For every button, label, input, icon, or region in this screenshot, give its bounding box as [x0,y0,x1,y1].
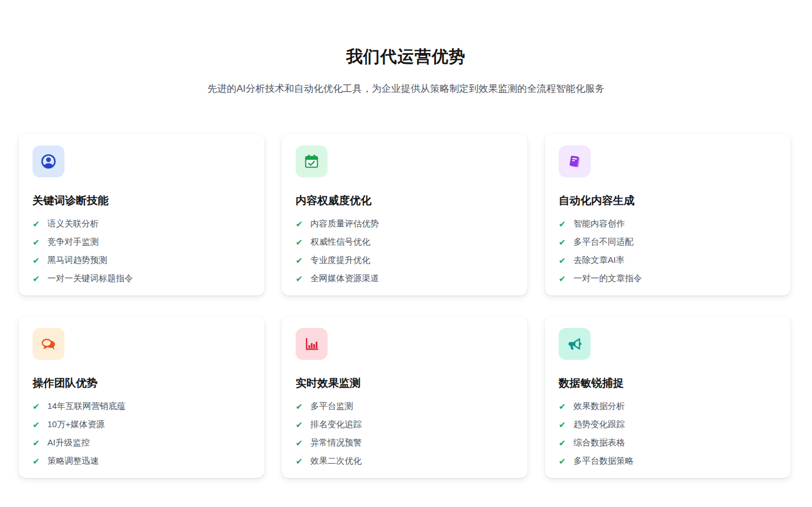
check-icon: ✔ [33,220,42,228]
user-circle-icon [40,153,57,170]
feature-item-label: 竞争对手监测 [47,237,99,248]
feature-item-label: 14年互联网营销底蕴 [47,401,126,412]
check-icon: ✔ [33,457,42,465]
check-icon: ✔ [33,274,42,283]
feature-item: ✔黑马词趋势预测 [33,251,251,269]
chat-bubbles-icon [40,335,57,352]
feature-item-label: 一对一的文章指令 [573,273,642,284]
check-icon: ✔ [559,420,568,429]
feature-item-label: 内容质量评估优势 [310,218,379,229]
feature-item-label: 一对一关键词标题指令 [47,273,133,284]
card-title: 实时效果监测 [296,376,514,391]
feature-item: ✔综合数据表格 [559,433,777,452]
feature-item: ✔效果二次优化 [296,452,514,470]
feature-item: ✔多平台监测 [296,397,514,415]
feature-item-label: 异常情况预警 [310,437,362,448]
icon-tile [559,145,591,177]
feature-item: ✔策略调整迅速 [33,452,251,470]
feature-item: ✔语义关联分析 [33,214,251,233]
book-icon [566,153,583,170]
feature-item: ✔趋势变化跟踪 [559,415,777,433]
feature-item-label: 智能内容创作 [573,218,625,229]
card-title: 数据敏锐捕捉 [559,376,777,391]
feature-item: ✔内容质量评估优势 [296,214,514,233]
feature-item: ✔智能内容创作 [559,214,777,233]
check-icon: ✔ [296,220,305,228]
card-auto-content: 自动化内容生成 ✔智能内容创作 ✔多平台不同适配 ✔去除文章AI率 ✔一对一的文… [545,134,790,295]
feature-item: ✔14年互联网营销底蕴 [33,397,251,415]
feature-item-label: 效果二次优化 [310,456,362,467]
icon-tile [296,328,328,360]
check-icon: ✔ [33,402,42,411]
feature-item: ✔专业度提升优化 [296,251,514,269]
calendar-check-icon [303,153,320,170]
check-icon: ✔ [296,420,305,429]
feature-item: ✔全网媒体资源渠道 [296,269,514,287]
feature-item: ✔异常情况预警 [296,433,514,452]
feature-list: ✔语义关联分析 ✔竞争对手监测 ✔黑马词趋势预测 ✔一对一关键词标题指令 [33,214,251,287]
check-icon: ✔ [559,439,568,447]
icon-tile [33,145,64,177]
feature-item: ✔多平台数据策略 [559,452,777,470]
feature-item: ✔一对一的文章指令 [559,269,777,287]
check-icon: ✔ [33,238,42,246]
feature-item-label: 趋势变化跟踪 [573,419,625,430]
check-icon: ✔ [33,439,42,447]
feature-list: ✔14年互联网营销底蕴 ✔10万+媒体资源 ✔AI升级监控 ✔策略调整迅速 [33,397,251,470]
feature-item: ✔权威性信号优化 [296,233,514,251]
feature-list: ✔智能内容创作 ✔多平台不同适配 ✔去除文章AI率 ✔一对一的文章指令 [559,214,777,287]
feature-item-label: 效果数据分析 [573,401,625,412]
feature-item-label: 权威性信号优化 [310,237,370,248]
card-title: 操作团队优势 [33,376,251,391]
check-icon: ✔ [296,238,305,246]
feature-item-label: 多平台数据策略 [573,456,633,467]
icon-tile [33,328,64,360]
feature-item: ✔效果数据分析 [559,397,777,415]
feature-item: ✔竞争对手监测 [33,233,251,251]
feature-list: ✔效果数据分析 ✔趋势变化跟踪 ✔综合数据表格 ✔多平台数据策略 [559,397,777,470]
card-operation-team: 操作团队优势 ✔14年互联网营销底蕴 ✔10万+媒体资源 ✔AI升级监控 ✔策略… [19,317,264,478]
check-icon: ✔ [296,439,305,447]
card-keyword-diagnosis: 关键词诊断技能 ✔语义关联分析 ✔竞争对手监测 ✔黑马词趋势预测 ✔一对一关键词… [19,134,264,295]
feature-item-label: 多平台监测 [310,401,353,412]
feature-item: ✔多平台不同适配 [559,233,777,251]
feature-item-label: AI升级监控 [47,437,90,448]
bar-chart-icon [303,335,320,352]
cards-grid: 关键词诊断技能 ✔语义关联分析 ✔竞争对手监测 ✔黑马词趋势预测 ✔一对一关键词… [19,134,790,478]
icon-tile [559,328,591,360]
card-title: 内容权威度优化 [296,193,514,208]
check-icon: ✔ [559,274,568,283]
check-icon: ✔ [296,256,305,265]
feature-item-label: 策略调整迅速 [47,456,99,467]
check-icon: ✔ [559,238,568,246]
page-title: 我们代运营优势 [0,46,812,68]
card-content-authority: 内容权威度优化 ✔内容质量评估优势 ✔权威性信号优化 ✔专业度提升优化 ✔全网媒… [282,134,527,295]
feature-list: ✔多平台监测 ✔排名变化追踪 ✔异常情况预警 ✔效果二次优化 [296,397,514,470]
feature-item-label: 专业度提升优化 [310,255,370,266]
check-icon: ✔ [559,457,568,465]
check-icon: ✔ [296,457,305,465]
feature-item-label: 语义关联分析 [47,218,99,229]
card-title: 关键词诊断技能 [33,193,251,208]
check-icon: ✔ [559,256,568,265]
page-subtitle: 先进的AI分析技术和自动化优化工具，为企业提供从策略制定到效果监测的全流程智能化… [0,82,812,95]
feature-item-label: 多平台不同适配 [573,237,633,248]
feature-item-label: 去除文章AI率 [573,255,624,266]
card-realtime-monitoring: 实时效果监测 ✔多平台监测 ✔排名变化追踪 ✔异常情况预警 ✔效果二次优化 [282,317,527,478]
feature-item-label: 排名变化追踪 [310,419,362,430]
feature-item-label: 10万+媒体资源 [47,419,104,430]
feature-item-label: 黑马词趋势预测 [47,255,107,266]
card-data-capture: 数据敏锐捕捉 ✔效果数据分析 ✔趋势变化跟踪 ✔综合数据表格 ✔多平台数据策略 [545,317,790,478]
feature-item: ✔AI升级监控 [33,433,251,452]
feature-item-label: 综合数据表格 [573,437,625,448]
feature-list: ✔内容质量评估优势 ✔权威性信号优化 ✔专业度提升优化 ✔全网媒体资源渠道 [296,214,514,287]
check-icon: ✔ [559,220,568,228]
card-title: 自动化内容生成 [559,193,777,208]
feature-item: ✔一对一关键词标题指令 [33,269,251,287]
check-icon: ✔ [559,402,568,411]
check-icon: ✔ [33,420,42,429]
feature-item: ✔去除文章AI率 [559,251,777,269]
feature-item-label: 全网媒体资源渠道 [310,273,379,284]
check-icon: ✔ [296,274,305,283]
icon-tile [296,145,328,177]
